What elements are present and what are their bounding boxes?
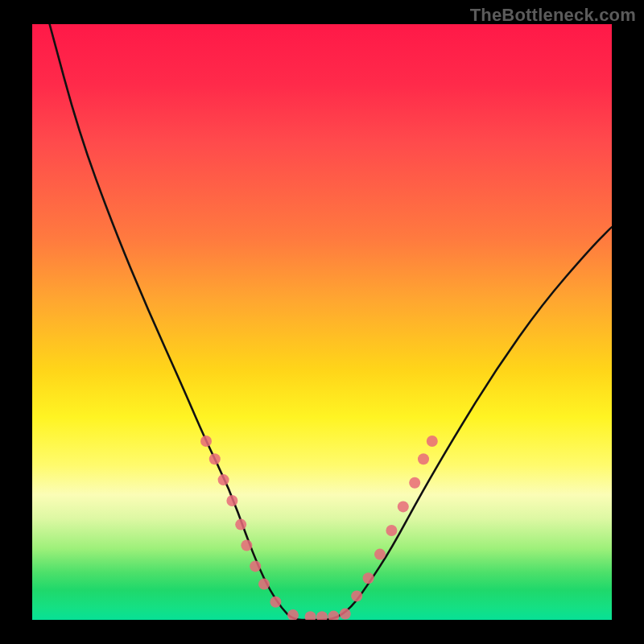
marker-dot: [386, 525, 397, 536]
marker-dot: [226, 495, 237, 506]
marker-dot: [305, 611, 316, 620]
marker-dot: [398, 501, 409, 512]
marker-dot: [427, 436, 438, 447]
marker-dot: [235, 519, 246, 530]
marker-dot: [218, 474, 229, 485]
marker-dot: [287, 609, 299, 620]
curve-layer: [32, 24, 612, 620]
marker-dot: [374, 549, 386, 560]
chart-stage: TheBottleneck.com: [0, 0, 644, 644]
marker-dot: [340, 609, 351, 620]
marker-dot: [270, 597, 281, 608]
marker-dot: [351, 590, 362, 601]
marker-dot: [418, 453, 429, 464]
marker-dot: [250, 560, 261, 572]
marker-dot: [258, 579, 270, 590]
curve-path: [50, 24, 612, 620]
marker-dot: [363, 572, 374, 584]
marker-dot: [316, 611, 328, 620]
marker-dot: [241, 540, 252, 551]
marker-dot: [200, 436, 212, 447]
marker-dot: [328, 611, 339, 620]
marker-dot: [209, 453, 221, 464]
marker-group: [200, 436, 438, 620]
watermark-text: TheBottleneck.com: [470, 5, 636, 26]
marker-dot: [409, 477, 420, 489]
plot-area: [32, 24, 612, 620]
